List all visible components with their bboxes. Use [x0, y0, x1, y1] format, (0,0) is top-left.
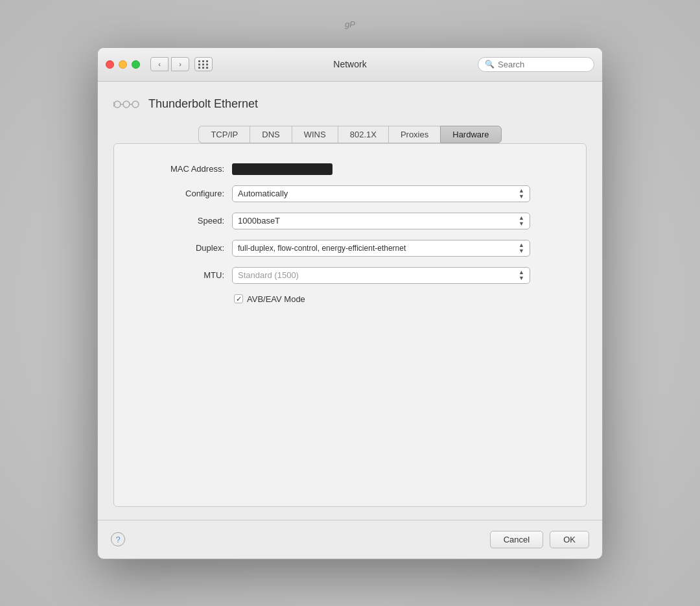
mac-address-value: [232, 163, 332, 175]
close-button[interactable]: [106, 60, 114, 69]
help-button[interactable]: ?: [111, 532, 125, 546]
forward-button[interactable]: ›: [171, 57, 189, 71]
tabs-container: TCP/IP DNS WINS 802.1X Proxies Hardware: [113, 126, 587, 143]
check-icon: ✓: [236, 295, 242, 303]
mtu-arrow-down-icon: ▼: [519, 275, 524, 281]
speed-row: Speed: 1000baseT ▲ ▼: [140, 213, 560, 229]
speed-value: 1000baseT: [238, 216, 280, 226]
avb-checkbox[interactable]: ✓: [234, 294, 243, 303]
bottom-bar: ? Cancel OK: [98, 520, 602, 559]
duplex-label: Duplex:: [140, 243, 224, 253]
arrow-down-icon: ▼: [519, 194, 524, 200]
speed-arrow-down-icon: ▼: [519, 221, 524, 227]
mtu-label: MTU:: [140, 270, 224, 280]
mtu-arrows: ▲ ▼: [519, 270, 524, 281]
configure-row: Configure: Automatically ▲ ▼: [140, 185, 560, 202]
speed-select[interactable]: 1000baseT ▲ ▼: [232, 213, 530, 229]
panel-header: Thunderbolt Ethernet: [113, 95, 587, 114]
search-box[interactable]: 🔍: [478, 57, 594, 72]
speed-arrows: ▲ ▼: [519, 215, 524, 227]
back-button[interactable]: ‹: [150, 57, 169, 71]
svg-point-2: [132, 101, 139, 108]
app-title: gP: [345, 19, 355, 29]
mtu-select[interactable]: Standard (1500) ▲ ▼: [232, 267, 530, 284]
duplex-value: full-duplex, flow-control, energy-effici…: [238, 244, 406, 253]
svg-point-1: [123, 101, 130, 108]
avb-checkbox-row: ✓ AVB/EAV Mode: [234, 294, 560, 304]
mac-address-row: MAC Address:: [140, 163, 560, 175]
cancel-button[interactable]: Cancel: [490, 531, 543, 548]
configure-arrows: ▲ ▼: [519, 188, 524, 200]
configure-select[interactable]: Automatically ▲ ▼: [232, 185, 530, 202]
tab-8021x[interactable]: 802.1X: [338, 126, 388, 143]
content-area: Thunderbolt Ethernet TCP/IP DNS WINS 802…: [98, 82, 602, 520]
mac-address-label: MAC Address:: [140, 164, 224, 174]
tab-tcpip[interactable]: TCP/IP: [198, 126, 250, 143]
duplex-arrow-down-icon: ▼: [519, 248, 524, 254]
panel-title: Thunderbolt Ethernet: [148, 97, 258, 111]
search-input[interactable]: [498, 60, 587, 69]
maximize-button[interactable]: [132, 60, 140, 69]
window-title: Network: [333, 59, 366, 69]
form-area: MAC Address: Configure: Automatically ▲ …: [113, 143, 587, 507]
nav-buttons: ‹ ›: [150, 57, 189, 71]
grid-view-button[interactable]: [194, 57, 213, 71]
tab-proxies[interactable]: Proxies: [388, 126, 440, 143]
duplex-arrows: ▲ ▼: [519, 242, 524, 254]
avb-label: AVB/EAV Mode: [247, 294, 305, 304]
tab-wins[interactable]: WINS: [292, 126, 338, 143]
duplex-select[interactable]: full-duplex, flow-control, energy-effici…: [232, 240, 530, 257]
minimize-button[interactable]: [119, 60, 127, 69]
titlebar: ‹ › Network 🔍: [98, 48, 602, 82]
tab-hardware[interactable]: Hardware: [440, 126, 501, 143]
tab-dns[interactable]: DNS: [250, 126, 291, 143]
duplex-row: Duplex: full-duplex, flow-control, energ…: [140, 240, 560, 257]
back-icon[interactable]: [113, 95, 139, 114]
traffic-lights: [106, 60, 140, 69]
ok-button[interactable]: OK: [550, 531, 589, 548]
search-icon: 🔍: [485, 60, 495, 69]
bottom-actions: Cancel OK: [490, 531, 589, 548]
configure-value: Automatically: [238, 189, 288, 198]
speed-label: Speed:: [140, 216, 224, 226]
mtu-value: Standard (1500): [238, 270, 299, 280]
mtu-row: MTU: Standard (1500) ▲ ▼: [140, 267, 560, 284]
configure-label: Configure:: [140, 189, 224, 198]
grid-dots-icon: [198, 60, 209, 69]
